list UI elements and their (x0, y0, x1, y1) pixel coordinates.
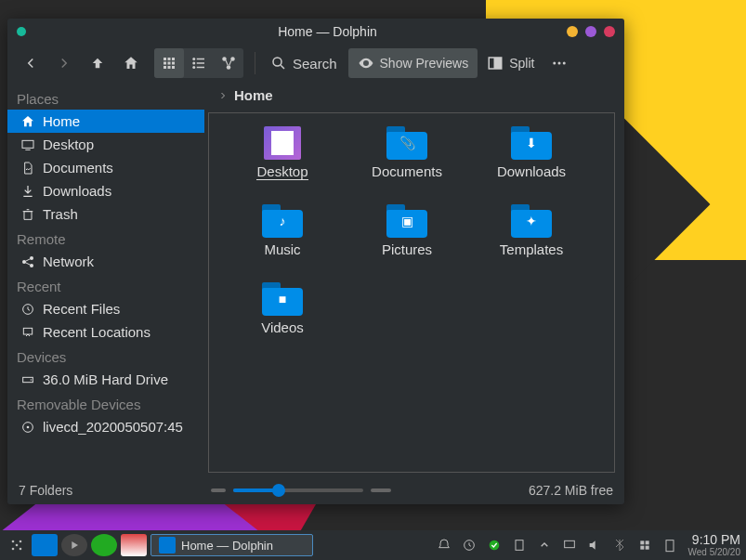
folder-icon: ■ (262, 282, 303, 316)
svg-point-35 (20, 540, 22, 543)
show-previews-label: Show Previews (380, 56, 469, 71)
file-item-desktop[interactable]: Desktop (222, 126, 343, 201)
app-launcher-button[interactable] (6, 534, 28, 556)
sidebar-item-trash[interactable]: Trash (7, 202, 204, 226)
folder-icon: ♪ (262, 204, 303, 238)
zoom-slider[interactable] (72, 488, 529, 492)
show-previews-button[interactable]: Show Previews (348, 48, 478, 78)
svg-rect-29 (23, 328, 32, 334)
back-button[interactable] (15, 48, 46, 78)
media-player-launcher[interactable] (61, 534, 87, 556)
sidebar-item-label: Recent Locations (43, 324, 151, 340)
search-label: Search (293, 56, 337, 72)
file-item-documents[interactable]: 📎Documents (347, 126, 467, 201)
file-item-downloads[interactable]: ⬇Downloads (471, 126, 592, 201)
svg-rect-5 (172, 62, 175, 65)
folder-icon: ⬇ (511, 126, 552, 160)
updates-icon[interactable] (486, 534, 503, 556)
svg-point-26 (30, 256, 33, 260)
titlebar[interactable]: Home — Dolphin (7, 19, 624, 45)
file-item-templates[interactable]: ✦Templates (471, 204, 592, 279)
network-icon[interactable] (636, 534, 653, 556)
svg-point-17 (227, 65, 231, 70)
tree-view-button[interactable] (214, 48, 243, 78)
svg-rect-1 (168, 58, 171, 60)
svg-point-36 (12, 548, 15, 551)
tray-expand-icon[interactable] (536, 534, 553, 556)
search-button[interactable]: Search (261, 48, 347, 78)
zoom-thumb[interactable] (272, 484, 285, 497)
sidebar-header: Remote (7, 226, 204, 250)
maximize-button[interactable] (585, 26, 596, 37)
home-button[interactable] (115, 48, 147, 78)
sidebar-item-downloads[interactable]: Downloads (7, 179, 204, 202)
battery-icon[interactable] (661, 534, 678, 556)
clock-time: 9:10 PM (687, 533, 740, 547)
file-view[interactable]: Desktop📎Documents⬇Downloads♪Music▣Pictur… (208, 112, 615, 473)
drive-icon (20, 372, 35, 387)
file-label: Desktop (256, 163, 308, 180)
zoom-in-icon[interactable] (371, 488, 391, 492)
panel-clock[interactable]: 9:10 PM Wed 5/20/20 (687, 533, 740, 557)
file-item-pictures[interactable]: ▣Pictures (347, 204, 467, 279)
free-space: 627.2 MiB free (529, 483, 613, 498)
icon-view-button[interactable] (154, 48, 184, 78)
downloads-icon (20, 184, 35, 199)
clock-icon (20, 302, 35, 317)
svg-point-9 (192, 58, 195, 60)
task-dolphin[interactable]: Home — Dolphin (151, 534, 313, 556)
sidebar-item-network[interactable]: Network (7, 250, 204, 273)
svg-rect-8 (172, 66, 175, 69)
file-label: Downloads (497, 163, 566, 179)
clipboard-icon[interactable] (511, 534, 528, 556)
app-indicator-icon (17, 27, 26, 36)
sidebar-item-recent-files[interactable]: Recent Files (7, 297, 204, 320)
folder-icon: ✦ (511, 204, 552, 238)
sidebar-item-home[interactable]: Home (7, 110, 204, 133)
sidebar-item-recent-locations[interactable]: Recent Locations (7, 320, 204, 344)
minimize-button[interactable] (567, 26, 578, 37)
svg-rect-45 (641, 546, 645, 550)
list-view-button[interactable] (184, 48, 214, 78)
documents-icon (20, 161, 35, 176)
web-browser-launcher[interactable] (32, 534, 58, 556)
sidebar-item-documents[interactable]: Documents (7, 156, 204, 179)
svg-point-18 (273, 58, 281, 66)
menu-button[interactable] (543, 48, 575, 78)
installer-launcher[interactable] (121, 534, 147, 556)
sidebar-header: Removable Devices (7, 391, 204, 415)
up-button[interactable] (82, 48, 113, 78)
breadcrumb[interactable]: Home (204, 82, 624, 109)
svg-point-34 (12, 540, 15, 543)
clock-tray-icon[interactable] (461, 534, 478, 556)
svg-rect-42 (565, 540, 575, 547)
svg-rect-0 (164, 58, 166, 60)
split-button[interactable]: Split (479, 48, 542, 78)
sidebar-item-label: livecd_2020050507:45 (43, 419, 183, 435)
package-manager-launcher[interactable] (91, 534, 117, 556)
sidebar-header: Devices (7, 344, 204, 368)
svg-rect-46 (646, 546, 649, 550)
svg-rect-12 (197, 62, 204, 64)
notifications-icon[interactable] (436, 534, 452, 556)
sidebar-item-label: Recent Files (43, 301, 120, 317)
zoom-track[interactable] (233, 488, 363, 492)
file-item-videos[interactable]: ■Videos (222, 282, 343, 357)
file-item-music[interactable]: ♪Music (222, 204, 343, 279)
volume-icon[interactable] (586, 534, 603, 556)
close-button[interactable] (604, 26, 615, 37)
dolphin-task-icon (159, 537, 176, 553)
sidebar-item-label: Desktop (43, 137, 94, 152)
sidebar-item-livecd-2020050507-45[interactable]: livecd_2020050507:45 (7, 415, 204, 438)
svg-rect-4 (168, 62, 171, 65)
sidebar-item-desktop[interactable]: Desktop (7, 133, 204, 156)
sidebar-item-36-0-mib-hard-drive[interactable]: 36.0 MiB Hard Drive (7, 368, 204, 391)
zoom-out-icon[interactable] (211, 488, 226, 492)
breadcrumb-segment[interactable]: Home (234, 87, 273, 103)
svg-rect-43 (641, 540, 645, 544)
forward-button[interactable] (48, 48, 80, 78)
display-icon[interactable] (561, 534, 578, 556)
folder-icon: 📎 (386, 126, 427, 160)
svg-point-11 (192, 62, 195, 65)
bluetooth-icon[interactable] (611, 534, 628, 556)
